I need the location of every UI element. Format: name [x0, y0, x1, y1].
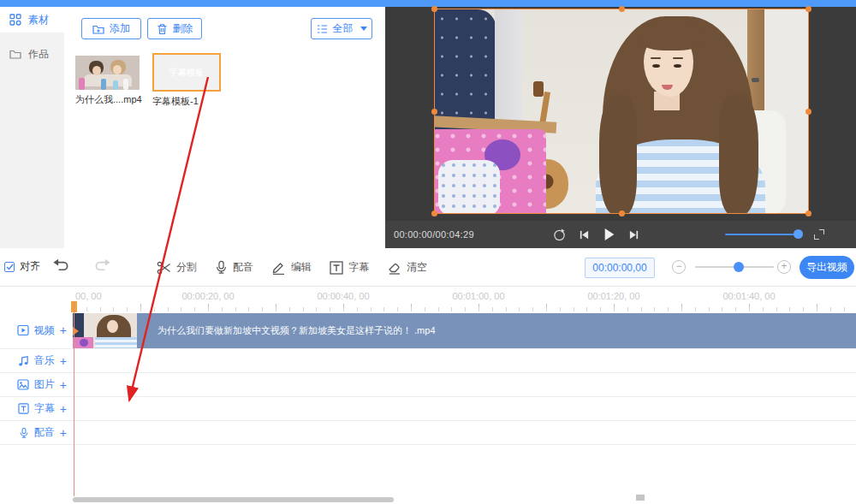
selection-handle[interactable] — [805, 109, 811, 115]
subtitle-track-icon — [18, 403, 29, 414]
material-library: 添加 删除 全部 — [64, 7, 385, 248]
timeline-clip-video[interactable]: 为什么我们要做新加坡中文视频？新加坡美女是这样子说的！ .mp4 — [73, 313, 856, 348]
video-art-handle — [752, 78, 759, 82]
track-row-video: 视频 + 为什么我们要做新加坡中文视频？新加坡美女是这样子说的！ .mp4 — [0, 312, 856, 349]
track-label-subtitle: 字幕 + — [0, 397, 73, 420]
dub-button[interactable]: 配音 — [215, 260, 253, 275]
zoom-out-button[interactable]: − — [672, 260, 686, 274]
selection-handle[interactable] — [619, 6, 625, 12]
zoom-slider-knob[interactable] — [734, 262, 744, 272]
image-track-icon — [17, 379, 29, 390]
thumb-art — [79, 78, 85, 90]
edit-button[interactable]: 编辑 — [271, 260, 312, 275]
clip-thumb-art — [80, 339, 88, 347]
library-item-video[interactable]: 为什么我....mp4 — [75, 56, 140, 106]
video-art-person — [673, 57, 683, 59]
dub-label: 配音 — [233, 260, 253, 275]
video-art-person — [651, 57, 661, 59]
filter-dropdown[interactable]: 全部 — [311, 18, 372, 39]
video-art-person — [652, 64, 660, 68]
sidebar: 素材 作品 — [0, 7, 64, 248]
mic-icon — [215, 260, 228, 275]
add-subtitle-button[interactable]: + — [60, 403, 67, 415]
track-row-subtitle: 字幕 + — [0, 397, 856, 421]
track-label-music: 音乐 + — [0, 349, 73, 372]
track-name: 图片 — [34, 377, 55, 392]
track-name: 字幕 — [34, 401, 55, 416]
sidebar-item-material[interactable]: 素材 — [0, 7, 64, 33]
volume-slider[interactable] — [725, 234, 802, 235]
next-frame-button[interactable] — [628, 229, 639, 240]
scrollbar-fragment[interactable] — [636, 495, 645, 501]
add-button-label: 添加 — [110, 21, 130, 36]
split-label: 分割 — [176, 260, 197, 275]
filter-label: 全部 — [333, 21, 354, 36]
add-image-button[interactable]: + — [60, 379, 67, 391]
video-art-guitar — [533, 81, 544, 97]
selection-handle[interactable] — [431, 210, 437, 216]
track-name: 视频 — [34, 323, 55, 338]
subtitle-button[interactable]: 字幕 — [330, 260, 369, 275]
check-icon — [6, 264, 14, 270]
edit-label: 编辑 — [291, 260, 312, 275]
align-label: 对齐 — [20, 259, 40, 274]
folder-plus-icon — [92, 23, 104, 35]
tool-group: 分割 配音 编辑 字幕 清空 — [157, 248, 427, 287]
align-checkbox[interactable] — [4, 262, 15, 272]
track-row-music: 音乐 + — [0, 349, 856, 373]
selection-handle[interactable] — [431, 109, 437, 115]
trash-icon — [157, 23, 168, 35]
video-art-bed — [438, 160, 500, 213]
preview-video-frame[interactable] — [434, 9, 809, 214]
undo-button[interactable] — [51, 258, 69, 276]
sidebar-item-works[interactable]: 作品 — [0, 41, 64, 67]
subtitle-template-preview-text: 字幕模板 — [169, 67, 204, 79]
clip-thumb-art — [95, 337, 137, 348]
track-label-video: 视频 + — [0, 312, 73, 348]
zoom-in-button[interactable]: + — [777, 260, 791, 274]
fullscreen-icon[interactable] — [814, 229, 824, 240]
track-label-image: 图片 + — [0, 373, 73, 396]
delete-button[interactable]: 删除 — [147, 18, 202, 39]
video-content — [435, 9, 808, 213]
selection-handle[interactable] — [805, 6, 811, 12]
thumb-art — [123, 79, 128, 90]
mic-track-icon — [19, 427, 29, 439]
selection-handle[interactable] — [431, 6, 437, 12]
selection-handle[interactable] — [619, 210, 625, 216]
track-row-dub: 配音 + — [0, 421, 856, 445]
sidebar-item-label: 素材 — [28, 13, 49, 27]
play-icon — [603, 228, 615, 241]
pencil-icon — [271, 261, 286, 275]
add-video-button[interactable]: + — [60, 324, 67, 336]
add-music-button[interactable]: + — [60, 355, 67, 367]
timeline-ruler[interactable]: 00, 00 00:00:20, 00 00:00:40, 00 00:01:0… — [0, 287, 856, 312]
ruler-label: 00:01:40, 00 — [722, 291, 775, 301]
undo-icon — [51, 258, 69, 273]
export-button[interactable]: 导出视频 — [800, 256, 854, 279]
ruler-label: 00:00:20, 00 — [181, 291, 234, 301]
sidebar-item-label: 作品 — [28, 47, 49, 62]
skip-forward-icon — [628, 229, 639, 240]
selection-handle[interactable] — [805, 210, 811, 216]
timecode-input[interactable]: 00:00:00,00 — [585, 258, 655, 278]
volume-slider-knob[interactable] — [794, 229, 803, 239]
subtitle-label: 字幕 — [348, 260, 369, 275]
horizontal-scrollbar[interactable] — [73, 497, 394, 502]
play-button[interactable] — [603, 228, 615, 241]
ruler-label: 00, 00 — [75, 291, 102, 301]
player-time: 00:00:00/00:04:29 — [394, 229, 474, 240]
library-item-label: 字幕模板-1 — [152, 95, 221, 108]
add-dub-button[interactable]: + — [60, 427, 67, 439]
ruler-label: 00:01:20, 00 — [587, 291, 639, 301]
player-controls: 00:00:00/00:04:29 — [385, 221, 856, 248]
track-rows: 视频 + 为什么我们要做新加坡中文视频？新加坡美女是这样子说的！ .mp4 — [0, 312, 856, 445]
add-button[interactable]: 添加 — [81, 18, 141, 39]
loop-button[interactable] — [553, 228, 566, 241]
redo-button[interactable] — [94, 258, 112, 276]
split-button[interactable]: 分割 — [157, 260, 197, 275]
playhead-line[interactable] — [74, 302, 74, 496]
prev-frame-button[interactable] — [579, 229, 590, 240]
clear-button[interactable]: 清空 — [387, 260, 427, 275]
library-item-subtitle-template[interactable]: 字幕模板 字幕模板-1 — [152, 53, 221, 108]
